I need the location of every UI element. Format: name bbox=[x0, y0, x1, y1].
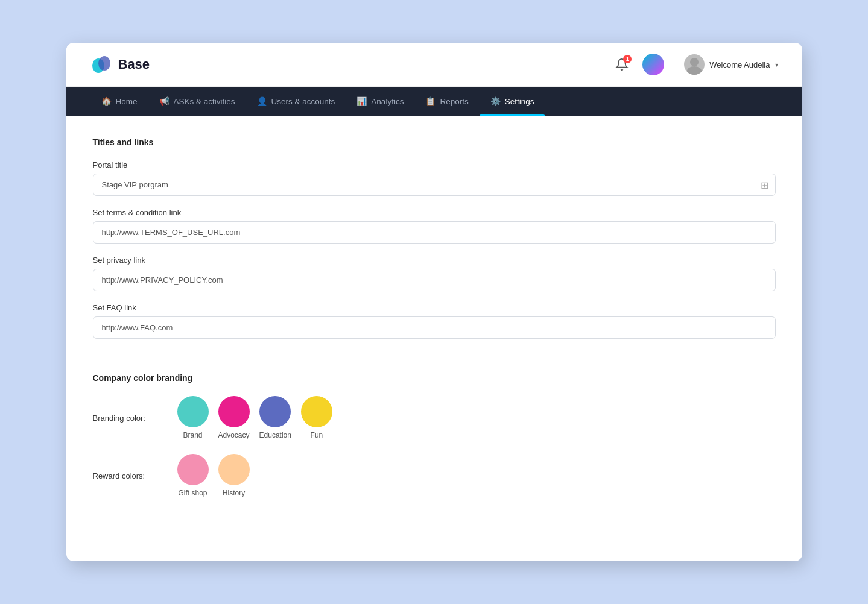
nav-bar: 🏠 Home 📢 ASKs & activities 👤 Users & acc… bbox=[66, 87, 802, 116]
branding-color-row: Branding color: BrandAdvocacyEducationFu… bbox=[93, 396, 776, 439]
color-circle bbox=[177, 454, 209, 485]
portal-title-label: Portal title bbox=[93, 160, 776, 169]
color-name: Gift shop bbox=[178, 489, 207, 497]
analytics-icon: 📊 bbox=[356, 96, 367, 106]
color-circle bbox=[177, 396, 209, 427]
color-name: Fun bbox=[311, 431, 323, 439]
privacy-group: Set privacy link bbox=[93, 256, 776, 291]
nav-home[interactable]: 🏠 Home bbox=[90, 87, 148, 116]
notification-button[interactable]: 1 bbox=[611, 54, 633, 75]
reward-color-item[interactable]: Gift shop bbox=[177, 454, 209, 497]
privacy-label: Set privacy link bbox=[93, 256, 776, 265]
chevron-down-icon: ▾ bbox=[775, 61, 778, 68]
section1-title: Titles and links bbox=[93, 137, 776, 147]
reward-label: Reward colors: bbox=[93, 471, 177, 480]
app-window: Base 1 Welcome Audelia ▾ 🏠 bbox=[66, 43, 802, 561]
collab-icon[interactable] bbox=[642, 54, 664, 75]
portal-title-input[interactable] bbox=[93, 174, 776, 196]
terms-input[interactable] bbox=[93, 221, 776, 244]
reward-circles: Gift shopHistory bbox=[177, 454, 250, 497]
portal-title-wrap: ⊞ bbox=[93, 174, 776, 196]
nav-settings[interactable]: ⚙️ Settings bbox=[480, 87, 545, 116]
svg-point-2 bbox=[690, 58, 699, 66]
branding-label: Branding color: bbox=[93, 414, 177, 423]
svg-point-1 bbox=[98, 56, 110, 71]
branding-circles: BrandAdvocacyEducationFun bbox=[177, 396, 332, 439]
logo-area: Base bbox=[90, 54, 150, 75]
faq-label: Set FAQ link bbox=[93, 303, 776, 312]
reward-color-item[interactable]: History bbox=[218, 454, 250, 497]
section-divider bbox=[93, 356, 776, 356]
reward-color-row: Reward colors: Gift shopHistory bbox=[93, 454, 776, 497]
nav-users-label: Users & accounts bbox=[271, 97, 335, 106]
reports-icon: 📋 bbox=[425, 96, 436, 106]
nav-asks[interactable]: 📢 ASKs & activities bbox=[148, 87, 246, 116]
user-menu[interactable]: Welcome Audelia ▾ bbox=[684, 54, 778, 75]
terms-label: Set terms & condition link bbox=[93, 208, 776, 217]
faq-input[interactable] bbox=[93, 316, 776, 339]
branding-color-item[interactable]: Fun bbox=[301, 396, 332, 439]
expand-icon: ⊞ bbox=[761, 179, 768, 190]
branding-color-item[interactable]: Brand bbox=[177, 396, 209, 439]
nav-home-label: Home bbox=[116, 97, 138, 106]
color-name: Advocacy bbox=[218, 431, 250, 439]
nav-settings-label: Settings bbox=[505, 97, 534, 106]
color-circle bbox=[218, 454, 250, 485]
color-name: Brand bbox=[183, 431, 202, 439]
welcome-text: Welcome Audelia bbox=[709, 60, 770, 69]
avatar bbox=[684, 54, 705, 75]
color-section-title: Company color branding bbox=[93, 373, 776, 383]
header: Base 1 Welcome Audelia ▾ bbox=[66, 43, 802, 87]
logo-icon bbox=[90, 54, 112, 75]
nav-asks-label: ASKs & activities bbox=[174, 97, 235, 106]
color-name: Education bbox=[259, 431, 291, 439]
nav-reports[interactable]: 📋 Reports bbox=[414, 87, 479, 116]
svg-point-3 bbox=[687, 66, 702, 75]
logo-text: Base bbox=[118, 57, 150, 72]
header-right: 1 Welcome Audelia ▾ bbox=[611, 54, 778, 75]
color-name: History bbox=[223, 489, 245, 497]
branding-color-item[interactable]: Advocacy bbox=[218, 396, 250, 439]
nav-users[interactable]: 👤 Users & accounts bbox=[246, 87, 346, 116]
portal-title-group: Portal title ⊞ bbox=[93, 160, 776, 196]
privacy-input[interactable] bbox=[93, 269, 776, 291]
asks-icon: 📢 bbox=[159, 96, 169, 106]
notification-badge: 1 bbox=[623, 55, 632, 63]
settings-icon: ⚙️ bbox=[490, 96, 501, 106]
terms-group: Set terms & condition link bbox=[93, 208, 776, 244]
color-circle bbox=[259, 396, 291, 427]
color-circle bbox=[301, 396, 332, 427]
nav-analytics[interactable]: 📊 Analytics bbox=[346, 87, 414, 116]
users-icon: 👤 bbox=[257, 96, 267, 106]
color-circle bbox=[218, 396, 250, 427]
faq-group: Set FAQ link bbox=[93, 303, 776, 339]
nav-analytics-label: Analytics bbox=[371, 97, 404, 106]
home-icon: 🏠 bbox=[101, 96, 112, 106]
nav-reports-label: Reports bbox=[440, 97, 468, 106]
branding-color-item[interactable]: Education bbox=[259, 396, 291, 439]
main-content: Titles and links Portal title ⊞ Set term… bbox=[66, 116, 802, 536]
header-divider bbox=[674, 55, 674, 74]
